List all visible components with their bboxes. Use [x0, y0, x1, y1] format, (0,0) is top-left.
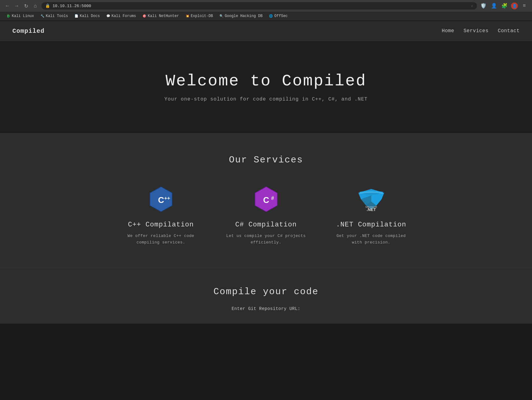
dotnet-icon: Microsoft .NET — [356, 184, 387, 215]
kali-tools-favicon: 🔧 — [40, 14, 45, 18]
nav-buttons: ← → ↻ ⌂ — [4, 2, 39, 10]
browser-chrome: ← → ↻ ⌂ 🔒 ☆ 🛡️ 👤 🧩 👤 ≡ 🐉 Kali Linux 🔧 — [0, 0, 532, 21]
bookmark-exploit-db-label: Exploit-DB — [191, 14, 213, 18]
service-card-csharp: C # C# Compilation Let us compile your C… — [226, 184, 306, 246]
bookmark-kali-nethunter-label: Kali NetHunter — [148, 14, 179, 18]
url-input[interactable] — [53, 4, 468, 8]
offsec-favicon: 🌐 — [269, 14, 273, 18]
home-button[interactable]: ⌂ — [32, 2, 39, 10]
forward-button[interactable]: → — [13, 2, 20, 10]
bookmark-kali-tools[interactable]: 🔧 Kali Tools — [38, 13, 70, 19]
compile-title: Compile your code — [12, 286, 520, 297]
bookmark-exploit-db[interactable]: 💥 Exploit-DB — [183, 13, 215, 19]
bookmark-kali-docs[interactable]: 📄 Kali Docs — [72, 13, 102, 19]
bookmark-google-hacking-db[interactable]: 🔍 Google Hacking DB — [217, 13, 265, 19]
svg-text:.NET: .NET — [366, 207, 376, 212]
svg-text:C: C — [158, 196, 164, 205]
star-icon[interactable]: ☆ — [471, 3, 473, 8]
csharp-title: C# Compilation — [226, 221, 306, 229]
profile-icon[interactable]: 👤 — [511, 2, 518, 9]
cpp-icon: C ++ — [146, 184, 177, 215]
svg-text:++: ++ — [164, 195, 170, 201]
refresh-button[interactable]: ↻ — [22, 2, 30, 10]
browser-toolbar: ← → ↻ ⌂ 🔒 ☆ 🛡️ 👤 🧩 👤 ≡ — [0, 0, 532, 12]
service-card-cpp: C ++ C++ Compilation We offer reliable C… — [121, 184, 201, 246]
bookmark-kali-forums[interactable]: 💬 Kali Forums — [104, 13, 138, 19]
shield-icon[interactable]: 🛡️ — [479, 2, 487, 10]
menu-icon[interactable]: ≡ — [520, 2, 528, 10]
bookmark-google-hacking-label: Google Hacking DB — [225, 14, 262, 18]
bookmark-kali-linux[interactable]: 🐉 Kali Linux — [4, 13, 36, 19]
nav-home[interactable]: Home — [442, 28, 454, 34]
bookmark-kali-docs-label: Kali Docs — [80, 14, 100, 18]
hero-title: Welcome to Compiled — [12, 72, 520, 90]
cpp-title: C++ Compilation — [121, 221, 201, 229]
compile-section: Compile your code Enter Git Repository U… — [0, 268, 532, 324]
services-grid: C ++ C++ Compilation We offer reliable C… — [12, 184, 520, 246]
bookmark-kali-forums-label: Kali Forums — [112, 14, 136, 18]
exploit-db-favicon: 💥 — [185, 14, 189, 18]
kali-nethunter-favicon: 🎯 — [142, 14, 147, 18]
dotnet-desc: Get your .NET code compiled with precisi… — [331, 233, 411, 246]
services-section: Our Services C ++ C++ Compilation We off… — [0, 133, 532, 268]
extensions-icon[interactable]: 🧩 — [500, 2, 509, 10]
kali-forums-favicon: 💬 — [106, 14, 110, 18]
nav-contact[interactable]: Contact — [498, 28, 520, 34]
secure-icon: 🔒 — [45, 3, 50, 8]
services-title: Our Services — [12, 155, 520, 165]
bookmark-offsec-label: OffSec — [274, 14, 287, 18]
cpp-desc: We offer reliable C++ code compiling ser… — [121, 233, 201, 246]
dotnet-title: .NET Compilation — [331, 221, 411, 229]
hero-subtitle: Your one-stop solution for code compilin… — [12, 97, 520, 102]
csharp-desc: Let us compile your C# projects efficien… — [226, 233, 306, 246]
site-header: Compiled Home Services Contact — [0, 21, 532, 41]
back-button[interactable]: ← — [4, 2, 11, 10]
bookmark-offsec[interactable]: 🌐 OffSec — [266, 13, 290, 19]
google-hacking-favicon: 🔍 — [219, 14, 223, 18]
account-icon[interactable]: 👤 — [490, 2, 498, 10]
service-card-dotnet: Microsoft .NET .NET Compilation Get your… — [331, 184, 411, 246]
nav-services[interactable]: Services — [463, 28, 488, 34]
svg-text:C: C — [263, 196, 269, 205]
toolbar-icons: 🛡️ 👤 🧩 👤 ≡ — [479, 2, 528, 10]
site-nav: Home Services Contact — [442, 28, 520, 34]
site-logo: Compiled — [12, 28, 45, 35]
address-bar[interactable]: 🔒 ☆ — [41, 2, 477, 10]
bookmark-kali-linux-label: Kali Linux — [12, 14, 34, 18]
bookmark-kali-nethunter[interactable]: 🎯 Kali NetHunter — [140, 13, 181, 19]
kali-docs-favicon: 📄 — [74, 14, 79, 18]
csharp-icon: C # — [251, 184, 282, 215]
hero-section: Welcome to Compiled Your one-stop soluti… — [0, 41, 532, 133]
bookmarks-bar: 🐉 Kali Linux 🔧 Kali Tools 📄 Kali Docs 💬 … — [0, 12, 532, 21]
address-icons: ☆ — [471, 3, 473, 8]
bookmark-kali-tools-label: Kali Tools — [46, 14, 68, 18]
compile-git-label: Enter Git Repository URL: — [12, 306, 520, 311]
kali-linux-favicon: 🐉 — [6, 14, 11, 18]
svg-text:#: # — [271, 195, 274, 201]
